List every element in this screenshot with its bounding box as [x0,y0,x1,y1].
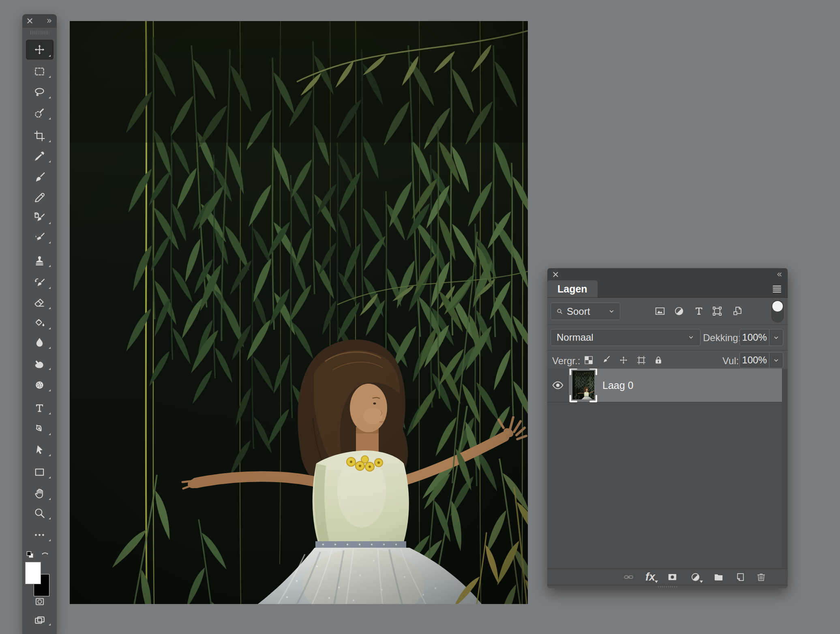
crop-tool[interactable] [26,126,54,145]
close-icon[interactable] [553,271,559,278]
tools-panel [22,14,57,634]
screen-mode-button[interactable] [26,613,54,628]
layers-panel-header [547,268,788,280]
type-tool[interactable] [26,399,54,417]
eyedropper-tool[interactable] [26,147,54,165]
opacity-label: Dekking: [703,332,741,344]
lock-all-icon[interactable] [652,354,664,366]
lock-label: Vergr.: [552,355,580,367]
quick-selection-tool[interactable] [26,104,54,122]
type-layer-filter-icon[interactable] [692,304,706,318]
adjustment-layer-filter-icon[interactable] [672,304,686,318]
lasso-tool[interactable] [26,83,54,101]
delete-layer-icon[interactable] [755,571,767,583]
new-layer-icon[interactable] [734,571,746,583]
layer-row[interactable]: Laag 0 [547,369,782,402]
blur-tool[interactable] [26,333,54,352]
photo-girl-under-willow [70,21,528,604]
close-icon[interactable] [27,18,33,24]
new-group-icon[interactable] [712,571,724,583]
default-colors-icon[interactable] [26,550,35,560]
blend-mode-dropdown[interactable]: Normaal [551,329,701,346]
layer-thumbnail[interactable] [572,371,594,399]
toggle-knob [772,301,783,312]
fill-label: Vul: [722,355,739,367]
smart-object-filter-icon[interactable] [731,304,744,318]
shape-layer-filter-icon[interactable] [710,304,724,318]
lock-artboard-icon[interactable] [635,354,647,366]
chevron-down-icon [608,306,615,317]
sponge-tool[interactable] [26,376,54,394]
eye-icon [551,379,564,392]
hand-tool[interactable] [26,484,54,503]
eraser-tool[interactable] [26,293,54,312]
art-history-brush-tool[interactable] [26,273,54,292]
add-layer-mask-icon[interactable] [666,571,678,583]
fill-field[interactable]: 100% [739,352,783,368]
swap-colors-icon[interactable] [40,550,50,560]
link-layers-icon[interactable] [622,571,634,583]
tools-panel-header [22,14,57,28]
double-chevron-right-icon[interactable] [46,18,52,24]
zoom-tool[interactable] [26,504,54,522]
rectangle-tool[interactable] [26,463,54,481]
pixel-layer-filter-icon[interactable] [653,304,667,318]
workspace-background: Lagen Soort [0,0,840,634]
path-selection-tool[interactable] [26,440,54,459]
smudge-tool[interactable] [26,354,54,373]
chevron-down-icon[interactable] [769,329,783,346]
thumbnail-selection-brackets [570,369,597,402]
layer-row-highlight [569,369,782,402]
filter-toggle-switch[interactable] [771,300,784,322]
edit-toolbar-button[interactable] [26,525,54,544]
lock-row: Vergr.: Vul: 100% [547,350,788,370]
clone-stamp-tool[interactable] [26,251,54,270]
filter-kind-dropdown[interactable]: Soort [551,303,620,320]
document-canvas[interactable] [70,21,528,604]
opacity-field[interactable]: 100% [739,329,783,346]
pen-tool[interactable] [26,419,54,438]
lock-transparency-icon[interactable] [583,354,595,366]
move-tool[interactable] [26,40,54,60]
layers-panel: Lagen Soort [547,268,788,588]
paint-bucket-tool[interactable] [26,314,54,332]
panel-menu-icon[interactable] [771,284,782,296]
quick-mask-button[interactable] [26,595,54,608]
new-adjustment-layer-icon[interactable] [689,571,701,583]
panel-drag-grip[interactable] [30,31,49,34]
double-chevron-left-icon[interactable] [776,271,782,278]
layers-list: Laag 0 [547,369,788,569]
lock-pixels-icon[interactable] [600,354,612,366]
history-brush-tool[interactable] [26,208,54,227]
layers-scrollbar[interactable] [782,369,788,569]
search-icon [556,307,564,315]
pencil-tool[interactable] [26,188,54,207]
tab-lagen[interactable]: Lagen [547,280,598,297]
brush-tool[interactable] [26,168,54,187]
layer-name[interactable]: Laag 0 [602,380,633,391]
chevron-down-icon[interactable] [769,352,783,368]
chevron-down-icon [688,332,694,343]
lock-position-icon[interactable] [617,354,630,366]
layers-footer: fx [547,568,788,585]
mixer-brush-tool[interactable] [26,228,54,246]
layer-visibility-toggle[interactable] [547,369,569,402]
rectangular-marquee-tool[interactable] [26,62,54,81]
panel-resize-grip[interactable] [547,585,788,588]
blend-mode-row: Normaal Dekking: 100% [547,325,788,350]
foreground-color-swatch[interactable] [25,562,41,584]
layer-style-button[interactable]: fx [644,571,656,583]
panel-tabs: Lagen [547,280,788,298]
filter-row: Soort [547,298,788,325]
